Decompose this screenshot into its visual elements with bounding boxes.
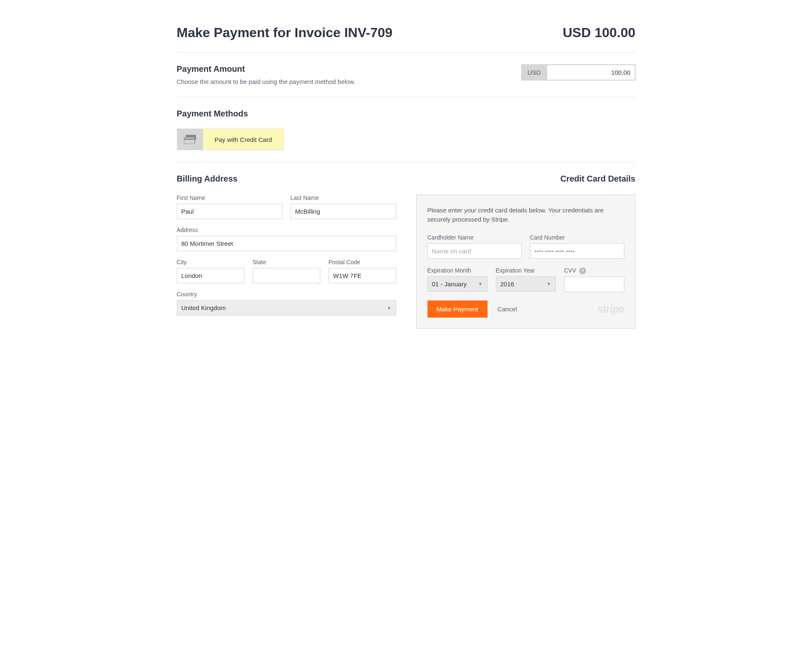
credit-card-icon (177, 129, 203, 150)
exp-month-select[interactable]: 01 - January ▼ (427, 276, 488, 292)
chevron-down-icon: ▼ (478, 281, 483, 286)
make-payment-button[interactable]: Make Payment (427, 300, 488, 318)
cvv-input[interactable] (564, 277, 624, 292)
help-icon[interactable]: ? (579, 268, 586, 274)
address-input[interactable] (177, 236, 396, 251)
exp-year-label: Expiration Year (496, 267, 556, 274)
cancel-button[interactable]: Cancel (498, 306, 517, 313)
amount-input[interactable] (547, 65, 635, 80)
country-select[interactable]: United Kingdom ▼ (177, 300, 396, 316)
svg-rect-2 (184, 139, 195, 140)
postal-input[interactable] (329, 268, 396, 283)
payment-method-credit-card[interactable]: Pay with Credit Card (177, 129, 284, 150)
payment-amount-description: Choose the amount to be paid using the p… (177, 78, 356, 85)
cardholder-input[interactable] (427, 243, 522, 259)
payment-amount-field: USD (521, 64, 636, 81)
card-details-panel: Please enter your credit card details be… (416, 194, 636, 329)
exp-month-label: Expiration Month (427, 267, 488, 274)
city-input[interactable] (177, 268, 244, 283)
first-name-input[interactable] (177, 204, 282, 219)
payment-method-label: Pay with Credit Card (203, 129, 284, 150)
exp-month-value: 01 - January (432, 280, 467, 288)
chevron-down-icon: ▼ (387, 306, 392, 311)
svg-rect-1 (184, 137, 195, 144)
chevron-down-icon: ▼ (547, 281, 551, 286)
country-value: United Kingdom (181, 304, 226, 311)
last-name-input[interactable] (291, 204, 396, 219)
last-name-label: Last Name (291, 194, 396, 201)
stripe-logo: stripe (597, 303, 624, 316)
state-input[interactable] (253, 268, 320, 283)
page-title: Make Payment for Invoice INV-709 (177, 25, 393, 40)
country-label: Country (177, 291, 396, 298)
invoice-total: USD 100.00 (563, 25, 635, 40)
payment-amount-heading: Payment Amount (177, 64, 356, 74)
exp-year-value: 2016 (500, 280, 514, 288)
billing-heading: Billing Address (177, 174, 396, 184)
address-label: Address (177, 227, 396, 233)
postal-label: Postal Code (329, 259, 396, 265)
cardholder-label: Cardholder Name (427, 234, 522, 241)
first-name-label: First Name (177, 194, 282, 201)
page-header: Make Payment for Invoice INV-709 USD 100… (177, 25, 636, 53)
card-number-input[interactable] (530, 243, 624, 259)
state-label: State (253, 259, 320, 265)
currency-badge: USD (522, 65, 547, 80)
payment-methods-heading: Payment Methods (177, 109, 636, 119)
cvv-label: CVV ? (564, 267, 624, 274)
card-number-label: Card Number (530, 234, 624, 241)
city-label: City (177, 259, 244, 265)
card-hint: Please enter your credit card details be… (427, 206, 624, 224)
exp-year-select[interactable]: 2016 ▼ (496, 276, 556, 292)
card-details-heading: Credit Card Details (416, 174, 636, 184)
